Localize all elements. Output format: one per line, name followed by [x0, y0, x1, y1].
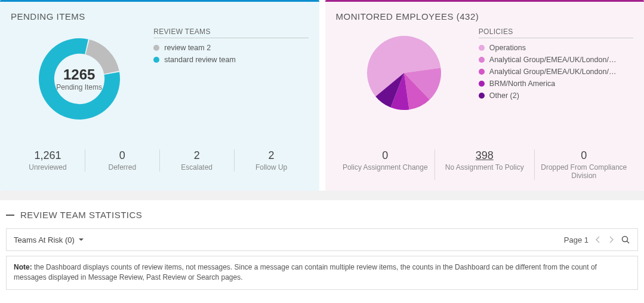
donut-center: 1265 Pending Items: [32, 31, 127, 127]
dashboard-cards-row: PENDING ITEMS 1265 Pending Items REVIEW …: [0, 0, 644, 191]
dashboard-note: Note: the Dashboard displays counts of r…: [6, 256, 638, 290]
pending-items-card: PENDING ITEMS 1265 Pending Items REVIEW …: [0, 0, 319, 191]
chevron-down-icon: [78, 237, 84, 243]
stat-item[interactable]: 0Dropped From Compliance Division: [534, 149, 634, 180]
note-bold: Note:: [14, 263, 32, 271]
stat-value: 2: [238, 149, 305, 162]
monitored-employees-title: MONITORED EMPLOYEES (432): [336, 11, 634, 22]
legend-dot-icon: [153, 45, 159, 51]
collapse-icon[interactable]: [6, 215, 14, 216]
legend-dot-icon: [479, 93, 485, 99]
pending-items-title: PENDING ITEMS: [11, 11, 309, 22]
search-icon[interactable]: [621, 235, 630, 244]
pending-donut-chart[interactable]: 1265 Pending Items: [11, 27, 147, 135]
legend-label: Analytical Group/EMEA/UK/London/…: [489, 68, 617, 76]
note-text: the Dashboard displays counts of review …: [14, 263, 597, 281]
next-page-button[interactable]: [608, 236, 615, 243]
section-divider: [0, 191, 644, 200]
legend-item[interactable]: Other (2): [479, 90, 633, 102]
stat-label: No Assignment To Policy: [439, 163, 531, 172]
teams-at-risk-label: Teams At Risk (0): [14, 235, 75, 244]
legend-item[interactable]: Analytical Group/EMEA/UK/London/…: [479, 66, 633, 78]
review-teams-legend-title: REVIEW TEAMS: [153, 27, 308, 38]
stat-item[interactable]: 0Policy Assignment Change: [336, 149, 435, 180]
pending-stats-row: 1,261Unreviewed0Deferred2Escalated2Follo…: [11, 141, 309, 182]
legend-label: Other (2): [489, 91, 519, 100]
prev-page-button[interactable]: [594, 236, 602, 243]
stat-item[interactable]: 0Deferred: [85, 149, 159, 172]
svg-point-0: [623, 237, 628, 242]
review-team-statistics-title: REVIEW TEAM STATISTICS: [20, 210, 142, 220]
stat-label: Follow Up: [238, 163, 305, 172]
review-team-statistics-toolbar: Teams At Risk (0) Page 1: [6, 228, 638, 251]
legend-label: BRM/North America: [489, 79, 555, 88]
monitored-employees-card: MONITORED EMPLOYEES (432) POLICIES Opera…: [325, 0, 645, 191]
stat-label: Escalated: [164, 163, 230, 172]
monitored-pie-chart[interactable]: [336, 27, 473, 135]
donut-total: 1265: [63, 66, 95, 83]
legend-label: Analytical Group/EMEA/UK/London/…: [489, 56, 617, 64]
stat-item[interactable]: 398No Assignment To Policy: [435, 149, 534, 180]
monitored-stats-row: 0Policy Assignment Change398No Assignmen…: [336, 141, 634, 191]
review-team-statistics-header[interactable]: REVIEW TEAM STATISTICS: [0, 200, 644, 226]
legend-dot-icon: [153, 57, 159, 63]
donut-sublabel: Pending Items: [56, 83, 102, 91]
legend-dot-icon: [479, 81, 485, 87]
stat-label: Deferred: [89, 163, 156, 172]
legend-item[interactable]: standard review team: [153, 54, 308, 66]
stat-value: 0: [538, 149, 630, 162]
review-teams-legend: review team 2standard review team: [153, 42, 308, 66]
policies-legend-title: POLICIES: [479, 27, 633, 38]
legend-item[interactable]: Operations: [479, 42, 633, 54]
legend-item[interactable]: Analytical Group/EMEA/UK/London/…: [479, 54, 633, 66]
legend-label: Operations: [489, 44, 526, 52]
policies-legend: OperationsAnalytical Group/EMEA/UK/Londo…: [479, 42, 633, 102]
legend-item[interactable]: review team 2: [153, 42, 308, 54]
legend-label: standard review team: [164, 56, 236, 64]
stat-item[interactable]: 1,261Unreviewed: [11, 149, 85, 172]
page-indicator: Page 1: [564, 235, 588, 244]
stat-value: 0: [340, 149, 432, 162]
stat-label: Unreviewed: [14, 163, 81, 172]
stat-label: Policy Assignment Change: [340, 163, 432, 172]
stat-item[interactable]: 2Escalated: [159, 149, 234, 172]
legend-dot-icon: [479, 57, 485, 63]
stat-value: 398: [439, 149, 531, 162]
stat-value: 2: [164, 149, 230, 162]
legend-item[interactable]: BRM/North America: [479, 78, 633, 90]
stat-value: 0: [89, 149, 156, 162]
legend-dot-icon: [479, 69, 485, 75]
stat-label: Dropped From Compliance Division: [538, 163, 630, 180]
svg-line-1: [627, 241, 630, 244]
stat-value: 1,261: [14, 149, 81, 162]
legend-dot-icon: [479, 45, 485, 51]
teams-at-risk-dropdown[interactable]: Teams At Risk (0): [14, 235, 84, 244]
stat-item[interactable]: 2Follow Up: [234, 149, 309, 172]
legend-label: review team 2: [164, 44, 211, 52]
